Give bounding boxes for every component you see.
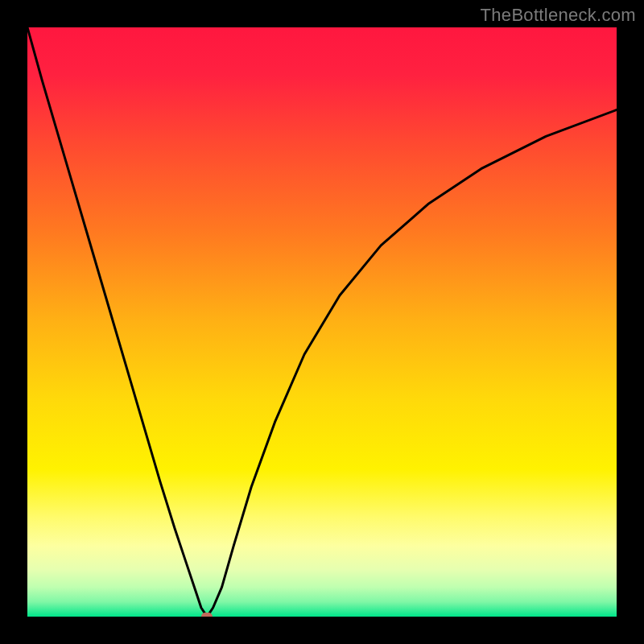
plot-area	[27, 27, 617, 617]
min-marker	[201, 613, 213, 617]
watermark-text: TheBottleneck.com	[481, 5, 636, 26]
chart-stage: TheBottleneck.com	[0, 0, 644, 644]
bottleneck-curve	[27, 27, 617, 617]
